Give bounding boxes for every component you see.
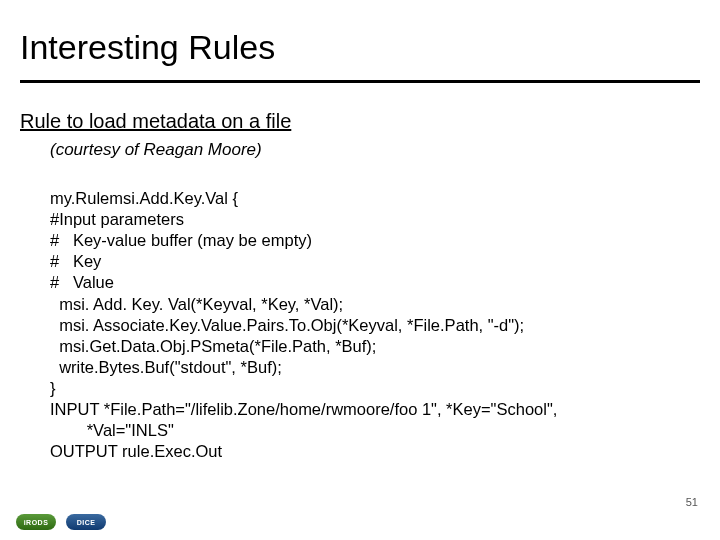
footer-logos: iRODS DICE: [16, 514, 106, 530]
slide: Interesting Rules Rule to load metadata …: [0, 0, 720, 540]
irods-logo: iRODS: [16, 514, 56, 530]
page-number: 51: [686, 496, 698, 508]
title-underline: [20, 80, 700, 83]
rule-code-block: my.Rulemsi.Add.Key.Val { #Input paramete…: [50, 188, 557, 462]
dice-logo: DICE: [66, 514, 106, 530]
slide-subtitle: Rule to load metadata on a file: [20, 110, 291, 133]
slide-title: Interesting Rules: [20, 28, 275, 67]
courtesy-note: (courtesy of Reagan Moore): [50, 140, 262, 160]
